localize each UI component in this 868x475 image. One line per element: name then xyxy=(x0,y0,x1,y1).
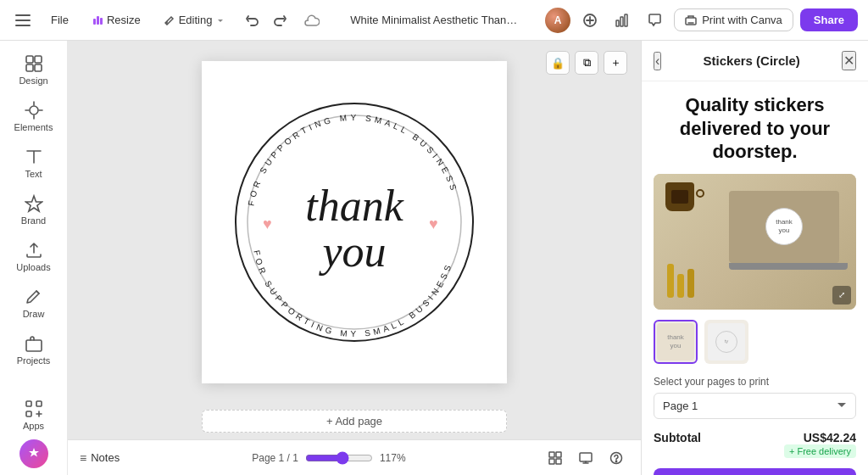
svg-rect-28 xyxy=(549,452,554,457)
magic-icon xyxy=(27,447,41,461)
magic-button[interactable] xyxy=(19,439,48,468)
svg-rect-18 xyxy=(36,401,42,406)
apps-icon xyxy=(25,400,43,418)
svg-rect-30 xyxy=(549,459,554,464)
brand-label: Brand xyxy=(21,215,46,226)
svg-rect-31 xyxy=(556,459,561,464)
add-page-button[interactable]: + Add page xyxy=(202,410,507,433)
help-icon[interactable] xyxy=(604,445,629,471)
svg-rect-12 xyxy=(35,56,42,63)
sticker-on-laptop: thankyou xyxy=(765,208,803,245)
svg-rect-3 xyxy=(93,19,96,25)
notes-label: Notes xyxy=(91,451,120,464)
undo-button[interactable] xyxy=(240,8,265,33)
add-collaborator-button[interactable] xyxy=(577,8,603,33)
svg-rect-13 xyxy=(26,64,33,71)
subtotal-amount-col: US$42.24 + Free delivery xyxy=(784,431,856,458)
elements-label: Elements xyxy=(14,122,53,132)
notes-icon: ≡ xyxy=(80,451,86,465)
panel-product-image: thankyou ⤢ xyxy=(654,174,856,310)
document-title: White Minimalist Aesthetic Thank You Cir… xyxy=(350,14,520,26)
svg-rect-4 xyxy=(97,16,99,25)
subtotal-row: Subtotal US$42.24 + Free delivery xyxy=(654,431,856,458)
design-label: Design xyxy=(19,75,47,86)
add-frame-icon[interactable]: ＋ xyxy=(604,51,627,75)
editing-menu[interactable]: Editing xyxy=(156,9,234,31)
print-label: Print with Canva xyxy=(702,14,782,26)
elements-icon xyxy=(25,101,43,120)
design-icon xyxy=(25,54,43,73)
sidebar-item-draw[interactable]: Draw xyxy=(4,281,64,326)
sidebar-item-elements[interactable]: Elements xyxy=(4,94,64,139)
sidebar-item-apps[interactable]: Apps xyxy=(4,393,64,438)
comments-icon[interactable] xyxy=(642,8,667,33)
draw-icon xyxy=(25,288,43,306)
thumbnail-2[interactable]: ty xyxy=(704,320,748,364)
redo-button[interactable] xyxy=(267,8,292,33)
main-layout: Design Elements Text Brand Uploads Draw … xyxy=(0,41,868,475)
text-label: Text xyxy=(25,169,42,179)
canvas-area: 🔒 ⧉ ＋ xyxy=(68,41,641,475)
continue-button[interactable]: Continue xyxy=(654,468,856,476)
svg-rect-11 xyxy=(26,56,33,63)
thumbnail-1[interactable]: thankyou xyxy=(654,320,698,364)
canvas-scroll[interactable]: 🔒 ⧉ ＋ xyxy=(68,41,641,403)
subtotal-label: Subtotal xyxy=(654,431,701,444)
zoom-slider[interactable] xyxy=(305,451,373,465)
page-select[interactable]: Page 1 xyxy=(654,393,856,419)
resize-label: Resize xyxy=(107,14,141,26)
sidebar-item-text[interactable]: Text xyxy=(4,141,64,186)
select-pages-label: Select your pages to print xyxy=(654,376,856,388)
svg-text:you: you xyxy=(318,227,386,276)
svg-rect-7 xyxy=(616,20,619,26)
lock-icon[interactable]: 🔒 xyxy=(546,51,570,75)
canvas-page[interactable]: FOR SUPPORTING MY SMALL BUSINESS FOR SUP… xyxy=(202,61,507,383)
projects-label: Projects xyxy=(17,355,51,366)
bottom-bar: ≡ Notes Page 1 / 1 117% xyxy=(68,439,641,475)
svg-rect-8 xyxy=(620,17,623,26)
user-avatar[interactable]: A xyxy=(545,8,570,33)
free-delivery-badge: + Free delivery xyxy=(784,444,856,458)
svg-point-15 xyxy=(30,106,38,115)
panel-close-button[interactable]: ✕ xyxy=(842,51,856,70)
resize-menu[interactable]: Resize xyxy=(84,9,149,31)
expand-image-button[interactable]: ⤢ xyxy=(832,286,851,305)
svg-rect-29 xyxy=(556,452,561,457)
bottom-right-tools xyxy=(542,445,629,471)
add-page-row: + Add page xyxy=(68,403,641,439)
canvas-toolbar: 🔒 ⧉ ＋ xyxy=(546,51,627,75)
panel-header: ‹ Stickers (Circle) ✕ xyxy=(642,41,868,81)
svg-rect-14 xyxy=(35,64,42,71)
file-label: File xyxy=(51,14,69,26)
svg-rect-10 xyxy=(686,18,696,25)
notes-area[interactable]: ≡ Notes xyxy=(80,451,120,465)
present-icon[interactable] xyxy=(573,445,598,471)
sticker-svg: FOR SUPPORTING MY SMALL BUSINESS FOR SUP… xyxy=(227,95,481,349)
analytics-icon[interactable] xyxy=(609,8,635,33)
svg-rect-19 xyxy=(26,411,31,416)
panel-image-inner: thankyou ⤢ xyxy=(654,174,856,310)
sidebar-item-brand[interactable]: Brand xyxy=(4,187,64,232)
svg-rect-16 xyxy=(26,340,42,351)
share-label: Share xyxy=(814,14,844,26)
zoom-percentage: 117% xyxy=(380,452,410,464)
sidebar-item-projects[interactable]: Projects xyxy=(4,327,64,372)
svg-point-34 xyxy=(615,461,616,461)
sidebar-item-uploads[interactable]: Uploads xyxy=(4,234,64,279)
svg-rect-17 xyxy=(26,401,31,406)
page-info: Page 1 / 1 xyxy=(252,452,298,464)
print-with-canva-button[interactable]: Print with Canva xyxy=(674,8,793,31)
panel-back-button[interactable]: ‹ xyxy=(654,52,661,70)
svg-text:♥: ♥ xyxy=(429,215,438,232)
panel-body: Quality stickers delivered to your doors… xyxy=(642,81,868,475)
file-menu[interactable]: File xyxy=(42,9,77,31)
subtotal-amount: US$42.24 xyxy=(784,431,856,444)
grid-view-icon[interactable] xyxy=(542,445,568,471)
share-button[interactable]: Share xyxy=(800,8,858,31)
sidebar-item-design[interactable]: Design xyxy=(4,48,64,92)
cloud-save-icon[interactable] xyxy=(299,8,325,33)
svg-rect-1 xyxy=(15,20,31,21)
copy-icon[interactable]: ⧉ xyxy=(575,51,598,75)
uploads-icon xyxy=(25,241,43,260)
menu-icon[interactable] xyxy=(10,8,36,33)
